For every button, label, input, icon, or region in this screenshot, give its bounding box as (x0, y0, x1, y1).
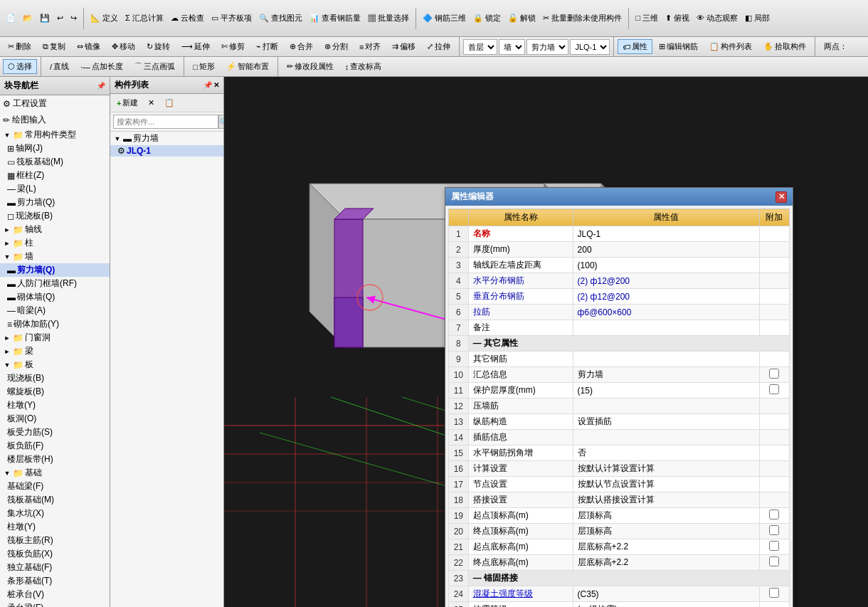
prop-add[interactable] (759, 539, 789, 555)
tree-hidden-beam[interactable]: — 暗梁(A) (0, 304, 110, 317)
prop-value[interactable]: 按默认搭接设置计算 (573, 492, 759, 508)
prop-value[interactable]: 层底标高+2.2 (573, 555, 759, 571)
sidebar-pin[interactable]: 📌 (97, 82, 105, 90)
toolbar-level-panel[interactable]: ▭ 平齐板项 (208, 11, 255, 25)
btn-three-arc[interactable]: ⌒ 三点画弧 (129, 59, 180, 74)
btn-split[interactable]: ⊗ 分割 (319, 39, 353, 54)
tree-axis-group[interactable]: ► 📁 轴线 (0, 223, 110, 236)
tree-wall-group[interactable]: ▼ 📁 墙 (0, 250, 110, 263)
prop-checkbox[interactable] (769, 369, 779, 379)
prop-value[interactable]: (2) ф12@200 (573, 273, 759, 289)
comp-JLQ1[interactable]: ⚙ JLQ-1 (110, 145, 223, 157)
panel-pin-btn[interactable]: 📌 (203, 81, 212, 89)
tree-isolated-foundation[interactable]: 独立基础(F) (0, 561, 110, 574)
prop-checkbox[interactable] (769, 541, 779, 551)
tree-masonry-wall[interactable]: ▬ 砌体墙(Q) (0, 290, 110, 304)
panel-new-btn[interactable]: + 新建 (113, 96, 142, 110)
tree-raft-neg[interactable]: 筏板负筋(X) (0, 547, 110, 561)
toolbar-cloud-check[interactable]: ☁ 云检查 (168, 11, 207, 25)
toolbar-sum-calc[interactable]: Σ 汇总计算 (122, 11, 166, 25)
toolbar-unlock[interactable]: 🔓 解锁 (505, 11, 539, 25)
toolbar-icon-redo[interactable]: ↪ (68, 12, 80, 24)
btn-mirror[interactable]: ⇔ 镜像 (72, 39, 105, 54)
btn-copy[interactable]: ⧉ 复制 (38, 39, 70, 54)
tree-axis[interactable]: ⊞ 轴网(J) (0, 142, 110, 155)
toolbar-lock[interactable]: 🔒 锁定 (470, 11, 504, 25)
btn-align[interactable]: ≡ 对齐 (354, 39, 386, 54)
tree-common-types[interactable]: ▼ 📁 常用构件类型 (0, 128, 110, 142)
tree-spiral-slab[interactable]: 螺旋板(B) (0, 385, 110, 398)
btn-check-height[interactable]: ↕ 查改标高 (340, 59, 387, 74)
tree-slab-group[interactable]: ▼ 📁 板 (0, 358, 110, 371)
prop-checkbox[interactable] (769, 588, 779, 598)
prop-value[interactable]: 设置插筋 (573, 414, 759, 430)
btn-point-length[interactable]: ·— 点加长度 (75, 59, 128, 74)
select-id[interactable]: JLQ-1 (570, 39, 610, 55)
tree-col-pier2[interactable]: 柱墩(Y) (0, 520, 110, 534)
prop-value[interactable]: 层顶标高 (573, 524, 759, 539)
panel-copy-btn[interactable]: 📋 (161, 97, 178, 109)
toolbar-3d[interactable]: □ 三维 (633, 11, 661, 25)
tree-foundation-beam[interactable]: 基础梁(F) (0, 480, 110, 493)
prop-value[interactable]: (100) (573, 258, 759, 273)
toolbar-icon-open[interactable]: 📂 (20, 12, 36, 24)
tree-slab-rebar[interactable]: 板受力筋(S) (0, 426, 110, 439)
tree-cast-slab[interactable]: 现浇板(B) (0, 371, 110, 385)
prop-add[interactable] (759, 555, 789, 571)
comp-shear-wall-group[interactable]: ▼ ▬ 剪力墙 (110, 132, 223, 145)
tree-sump[interactable]: 集水坑(X) (0, 507, 110, 520)
tree-cap-beam[interactable]: 承台梁(F) (0, 601, 110, 607)
toolbar-icon-save[interactable]: 💾 (37, 12, 53, 24)
btn-select[interactable]: ⬡ 选择 (3, 59, 37, 74)
tree-raft-main[interactable]: 筏板基础(M) (0, 493, 110, 507)
btn-rotate[interactable]: ↻ 旋转 (142, 39, 175, 54)
tree-floor-band[interactable]: 楼层板带(H) (0, 453, 110, 466)
tree-frame-col[interactable]: ▦ 框柱(Z) (0, 169, 110, 182)
prop-value[interactable]: 200 (573, 242, 759, 258)
btn-line[interactable]: / 直线 (45, 59, 74, 74)
toolbar-batch-delete[interactable]: ✂ 批量删除未使用构件 (540, 11, 625, 25)
sidebar-section-settings[interactable]: ⚙ 工程设置 (0, 95, 110, 112)
tree-pile-cap[interactable]: 桩承台(V) (0, 588, 110, 601)
btn-two-points[interactable]: 两点： (819, 39, 852, 54)
btn-break[interactable]: ⌁ 打断 (251, 39, 283, 54)
prop-value[interactable]: 按默认计算设置计算 (573, 461, 759, 477)
select-type[interactable]: 墙 (499, 39, 525, 55)
canvas-area[interactable]: 3000 3000 4 5 属性编辑器 ✕ 属性 (224, 77, 868, 607)
btn-pulldown[interactable]: ⤢ 拉伸 (422, 39, 455, 54)
tree-beam[interactable]: — 梁(L) (0, 182, 110, 196)
tree-col-pier[interactable]: 柱墩(Y) (0, 398, 110, 412)
tree-masonry-rebar[interactable]: ≡ 砌体加筋(Y) (0, 317, 110, 331)
sidebar-section-drawing[interactable]: ✏ 绘图输入 (0, 112, 110, 128)
tree-shear-wall-common[interactable]: ▬ 剪力墙(Q) (0, 196, 110, 209)
search-btn[interactable]: 🔍 (218, 115, 224, 129)
prop-add[interactable] (759, 383, 789, 398)
prop-checkbox[interactable] (769, 510, 779, 519)
panel-delete-btn[interactable]: ✕ (144, 97, 158, 109)
prop-add[interactable] (759, 367, 789, 383)
tree-col-group[interactable]: ► 📁 柱 (0, 236, 110, 250)
prop-add[interactable] (759, 508, 789, 524)
toolbar-define[interactable]: 📐 定义 (88, 11, 121, 25)
tree-slab-neg[interactable]: 板负筋(F) (0, 439, 110, 453)
prop-checkbox[interactable] (769, 525, 779, 535)
prop-value[interactable]: (2) ф12@200 (573, 289, 759, 305)
select-floor[interactable]: 首层 (463, 39, 497, 55)
tree-strip-foundation[interactable]: 条形基础(T) (0, 574, 110, 588)
btn-pickup[interactable]: ✋ 拾取构件 (758, 39, 811, 54)
btn-property[interactable]: 🏷 属性 (618, 39, 652, 54)
toolbar-top-view[interactable]: ⬆ 俯视 (662, 11, 692, 25)
prop-scroll[interactable]: 属性名称 属性值 附加 1 名称 JLQ-1 2 厚度(mm) 200 3 轴线… (448, 209, 790, 607)
tree-raft-main-rebar[interactable]: 筏板主筋(R) (0, 534, 110, 547)
btn-edit-rebar[interactable]: ⊞ 编辑钢筋 (654, 39, 703, 54)
tree-raft[interactable]: ▭ 筏板基础(M) (0, 155, 110, 169)
btn-merge[interactable]: ⊕ 合并 (285, 39, 318, 54)
btn-move[interactable]: ✥ 移动 (107, 39, 140, 54)
btn-trim[interactable]: ✄ 修剪 (216, 39, 250, 54)
search-input[interactable] (113, 115, 218, 129)
toolbar-partial[interactable]: ◧ 局部 (742, 11, 773, 25)
toolbar-rebar-3d[interactable]: 🔷 钢筋三维 (420, 11, 469, 25)
toolbar-icon-new[interactable]: 📄 (3, 12, 18, 24)
tree-civil-frame-wall[interactable]: ▬ 人防门框墙(RF) (0, 277, 110, 290)
prop-value[interactable]: (C35) (573, 586, 759, 602)
